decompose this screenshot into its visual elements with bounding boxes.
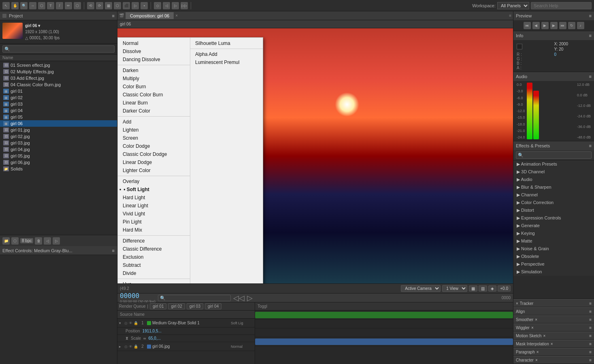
effects-category-item[interactable]: ▶ Matte bbox=[513, 237, 594, 245]
play-btn[interactable]: ▶ bbox=[541, 22, 549, 29]
comp-tab-close[interactable]: × bbox=[175, 13, 178, 18]
mask-interp-header[interactable]: Mask Interpolation × ≡ bbox=[513, 340, 594, 348]
toolbar-icon-1[interactable]: ↖ bbox=[2, 2, 10, 9]
toolbar-icon-2[interactable]: ✋ bbox=[11, 2, 19, 9]
file-item[interactable]: ▦girl 01 bbox=[0, 88, 117, 94]
blend-item[interactable]: Difference bbox=[118, 237, 190, 245]
file-item[interactable]: 🖼girl 01.jpg bbox=[0, 127, 117, 133]
blend-item[interactable]: Linear Burn bbox=[118, 99, 190, 107]
wiggler-menu[interactable]: ≡ bbox=[589, 326, 592, 330]
project-close-btn[interactable] bbox=[2, 14, 6, 18]
timeline-tab[interactable]: girl 02 bbox=[168, 303, 185, 309]
effects-category-item[interactable]: ▶ Obsolete bbox=[513, 253, 594, 260]
file-item[interactable]: 📁Solids bbox=[0, 166, 117, 172]
ec-menu-btn[interactable]: ≡ bbox=[112, 248, 115, 253]
prev-btn[interactable]: ◁ bbox=[44, 237, 51, 245]
step-fwd-btn[interactable]: ▶ bbox=[550, 22, 558, 29]
info-header[interactable]: Info ≡ bbox=[513, 31, 594, 40]
comp-tab-main[interactable]: Composition: girl 06 bbox=[126, 12, 174, 19]
effects-menu[interactable]: ≡ bbox=[589, 143, 592, 148]
scale-link-icon[interactable]: ∞ bbox=[143, 336, 146, 341]
next-frame-btn[interactable]: ⏭ bbox=[559, 22, 566, 29]
layer-lock-2[interactable]: 🔒 bbox=[134, 345, 138, 349]
paragraph-header[interactable]: Paragraph × ≡ bbox=[513, 348, 594, 356]
effects-category-item[interactable]: ▶ Distort bbox=[513, 206, 594, 214]
scale-val[interactable]: 65,0,... bbox=[148, 336, 161, 341]
wiggler-header[interactable]: Wiggler × ≡ bbox=[513, 324, 594, 332]
toggle-label[interactable]: Toggl bbox=[258, 304, 267, 309]
layer-row-2[interactable]: ▸ ◎ 👁 🔒 2 girl 06.jpg Normal bbox=[117, 342, 255, 351]
file-item[interactable]: 🖼girl 04.jpg bbox=[0, 146, 117, 153]
blend-item[interactable]: Linear Light bbox=[118, 202, 190, 210]
audio-btn[interactable]: ♪ bbox=[577, 22, 584, 29]
view-select[interactable]: 1 View bbox=[442, 285, 467, 292]
layer-eye-1[interactable]: 👁 bbox=[129, 321, 132, 325]
audio-menu[interactable]: ≡ bbox=[589, 74, 592, 79]
toolbar-icon-8[interactable]: ✏ bbox=[65, 2, 72, 9]
prev-frame-btn[interactable]: ⏮ bbox=[524, 22, 531, 29]
blend-item[interactable]: Linear Dodge bbox=[118, 158, 190, 166]
layer-solo-2[interactable]: ◎ bbox=[124, 345, 128, 349]
blend-item[interactable]: Hue bbox=[118, 280, 190, 283]
blend-item[interactable]: Pin Light bbox=[118, 218, 190, 226]
layer-lock-1[interactable]: 🔒 bbox=[134, 321, 138, 325]
blend-item[interactable]: Darken bbox=[118, 66, 190, 75]
align-header[interactable]: Align ≡ bbox=[513, 307, 594, 315]
layer-solo-1[interactable]: ◎ bbox=[124, 321, 128, 325]
effects-header[interactable]: Effects & Presets ≡ bbox=[513, 141, 594, 150]
layer-eye-2[interactable]: 👁 bbox=[129, 345, 132, 349]
blend-item[interactable]: • Soft Light bbox=[118, 185, 190, 194]
audio-header[interactable]: Audio ≡ bbox=[513, 72, 594, 81]
blend-item[interactable]: Vivid Light bbox=[118, 210, 190, 218]
file-item[interactable]: 🖼04 Classic Color Burn.jpg bbox=[0, 81, 117, 88]
step-back-btn[interactable]: ◀ bbox=[532, 22, 540, 29]
blend-item[interactable]: Divide bbox=[118, 269, 190, 277]
toolbar-icon-7[interactable]: / bbox=[56, 2, 63, 9]
toolbar-icon-13[interactable]: ⬡ bbox=[114, 2, 121, 9]
toolbar-icon-17[interactable]: ◇ bbox=[154, 2, 161, 9]
character-header[interactable]: Character × ≡ bbox=[513, 356, 594, 364]
new-folder-btn[interactable]: 📁 bbox=[2, 237, 10, 245]
timeline-tab[interactable]: girl 03 bbox=[187, 303, 203, 309]
wiggler-close[interactable]: × bbox=[531, 326, 534, 330]
tracker-close[interactable]: × bbox=[516, 301, 518, 306]
toolbar-icon-4[interactable]: ↔ bbox=[29, 2, 36, 9]
comp-menu-btn[interactable]: ≡ bbox=[509, 13, 511, 18]
viewer-subtab[interactable]: girl 06 bbox=[120, 22, 131, 26]
effects-category-item[interactable]: ▶ Noise & Grain bbox=[513, 245, 594, 253]
blend-item-right[interactable]: Alpha Add bbox=[190, 50, 263, 58]
zoom-btn[interactable]: +0.0 bbox=[498, 285, 511, 292]
effects-search-input[interactable] bbox=[516, 151, 592, 159]
toolbar-icon-5[interactable]: ⬡ bbox=[38, 2, 45, 9]
delete-btn[interactable]: 🗑 bbox=[35, 237, 42, 245]
toolbar-icon-11[interactable]: ⟳ bbox=[96, 2, 103, 9]
layer-row-1[interactable]: ▾ ◎ 👁 🔒 1 Medium Gray-Blue Solid 1 Soft … bbox=[117, 319, 255, 328]
channel-btn[interactable]: ▥ bbox=[479, 285, 487, 292]
motion-sketch-menu[interactable]: ≡ bbox=[589, 334, 592, 338]
toolbar-icon-9[interactable]: ⬡ bbox=[74, 2, 81, 9]
quality-btn[interactable]: ◈ bbox=[488, 285, 496, 292]
next-btn[interactable]: ▷ bbox=[53, 237, 60, 245]
file-item[interactable]: 🖼02 Multiply Effects.jpg bbox=[0, 68, 117, 75]
tracker-menu[interactable]: ≡ bbox=[589, 301, 592, 306]
blend-item[interactable]: Classic Difference bbox=[118, 245, 190, 253]
project-search-input[interactable] bbox=[2, 45, 115, 53]
mask-interp-menu[interactable]: ≡ bbox=[589, 342, 592, 346]
paragraph-menu[interactable]: ≡ bbox=[589, 350, 592, 354]
file-item[interactable]: ▦girl 06 bbox=[0, 120, 117, 127]
blend-item-right[interactable]: Silhouette Luma bbox=[190, 39, 263, 47]
blend-item[interactable]: Color Dodge bbox=[118, 142, 190, 150]
blend-item[interactable]: Lighten bbox=[118, 126, 190, 134]
blend-item[interactable]: Hard Light bbox=[118, 194, 190, 202]
file-item[interactable]: 🖼03 Add Effect.jpg bbox=[0, 75, 117, 81]
toolbar-icon-18[interactable]: ◁ bbox=[163, 2, 170, 9]
effects-category-item[interactable]: ▶ Audio bbox=[513, 176, 594, 183]
effects-category-item[interactable]: ▶ Keying bbox=[513, 230, 594, 237]
loop-btn[interactable]: ↻ bbox=[568, 22, 575, 29]
search-help-input[interactable] bbox=[531, 2, 592, 9]
effects-category-item[interactable]: ▶ Color Correction bbox=[513, 199, 594, 206]
toolbar-icon-6[interactable]: T bbox=[47, 2, 54, 9]
file-item[interactable]: ▦girl 02 bbox=[0, 94, 117, 101]
file-item[interactable]: ▦girl 03 bbox=[0, 101, 117, 107]
timeline-tab[interactable]: girl 04 bbox=[205, 303, 221, 309]
